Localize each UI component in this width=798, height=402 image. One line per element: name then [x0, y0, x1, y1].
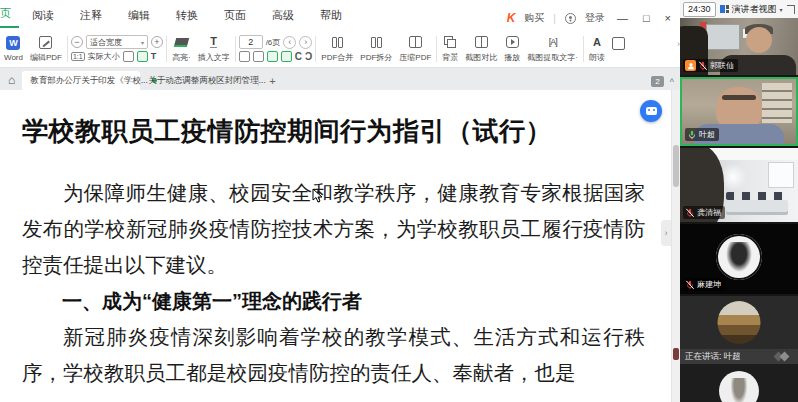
compress-pdf-button[interactable]: 压缩PDF [397, 34, 433, 64]
screenshot-ocr-button[interactable]: [A] 截图提取文字· [525, 34, 580, 64]
room-background [768, 162, 794, 188]
avatar [719, 371, 759, 402]
menu-tab-advanced[interactable]: 高级 [259, 4, 307, 28]
pdf-to-word-label: Word [4, 53, 23, 62]
login-button[interactable]: 登录 [585, 11, 605, 25]
fit-page-icon[interactable] [123, 51, 134, 62]
rotate-left-icon[interactable]: C [295, 51, 302, 62]
divider [583, 36, 584, 62]
scrollbar-thumb[interactable] [673, 145, 679, 187]
maximize-button[interactable]: □ [640, 12, 653, 24]
screen: 页 阅读 注释 编辑 转换 页面 高级 帮助 K 购买 | 登录 — □ × [0, 0, 798, 402]
menu-tab-page[interactable]: 页面 [211, 4, 259, 28]
video-tile-6[interactable] [680, 364, 798, 402]
continuous-view-icon[interactable] [281, 51, 292, 62]
compare-icon [475, 36, 488, 48]
screenshot-ocr-label: 截图提取文字· [527, 52, 578, 63]
background-icon [444, 36, 456, 48]
doc-tab-2[interactable]: 关于动态调整两校区封闭管理... [140, 71, 258, 90]
menu-tab-read[interactable]: 阅读 [19, 4, 67, 28]
insert-text-label: 插入文字 [198, 52, 230, 63]
chevron-down-icon: ▾ [780, 6, 783, 13]
buy-button[interactable]: 购买 [524, 11, 544, 25]
fit-width-icon[interactable] [137, 51, 148, 62]
menu-tab-convert[interactable]: 转换 [163, 4, 211, 28]
prev-page-button[interactable]: ‹ [283, 36, 296, 49]
page-total-label: /6页 [266, 37, 281, 48]
robot-icon [646, 107, 657, 115]
divider [235, 36, 236, 62]
next-page-button[interactable]: › [299, 36, 312, 49]
page-number-input[interactable] [239, 35, 263, 49]
menu-tab-edit[interactable]: 编辑 [115, 4, 163, 28]
book-view-icon[interactable] [267, 51, 278, 62]
menu-tab-active[interactable]: 页 [0, 2, 19, 28]
word-icon: W [6, 36, 20, 50]
two-page-icon[interactable] [253, 51, 264, 62]
insert-text-button[interactable]: T 插入文字 [196, 34, 232, 64]
window-controls: K 购买 | 登录 — □ × [507, 11, 674, 28]
document-heading-1: 一、成为“健康第一”理念的践行者 [22, 283, 645, 319]
pdf-to-word-button[interactable]: W Word [2, 35, 25, 63]
whiteboard [706, 24, 740, 50]
edit-pdf-label: 编辑PDF [30, 52, 62, 63]
minimize-button[interactable]: — [614, 12, 631, 24]
ai-assistant-button[interactable] [640, 100, 662, 122]
meeting-top-bar: 24:30 演讲者视图 ▾ [680, 0, 798, 18]
divider [67, 36, 68, 62]
home-icon[interactable]: ⌂ [4, 73, 22, 90]
pdf-split-label: PDF拆分 [360, 52, 392, 63]
read-aloud-icon: A [593, 36, 601, 48]
doc-tab-1[interactable]: 教育部办公厅关于印发《学校... [22, 71, 140, 90]
mic-muted-icon [698, 61, 708, 71]
video-tile-2-speaking[interactable]: 叶超 [680, 77, 798, 146]
video-tile-1[interactable]: 郭联仙 [680, 18, 798, 75]
doc-tab-bar: ⌂ 教育部办公厅关于印发《学校... 关于动态调整两校区封闭管理... + 2 … [0, 68, 680, 90]
video-tile-5[interactable] [680, 296, 798, 349]
single-page-icon[interactable] [239, 51, 250, 62]
read-aloud-button[interactable]: A 朗读 [587, 34, 607, 64]
video-tile-4[interactable]: 麻建坤 [680, 224, 798, 294]
participant-name: 郭联仙 [710, 60, 734, 71]
panel-expand-handle[interactable]: › [661, 220, 671, 246]
zoom-out-button[interactable]: − [71, 36, 83, 48]
view-mode-label: 演讲者视图 [732, 3, 777, 16]
rotate-right-icon[interactable]: Ɔ [305, 51, 312, 62]
menu-tab-annotate[interactable]: 注释 [67, 4, 115, 28]
close-button[interactable]: × [662, 12, 674, 24]
mic-on-icon [687, 130, 697, 140]
background-button[interactable]: 背景 [440, 34, 460, 64]
play-button[interactable]: 播放 [502, 34, 522, 64]
vertical-scrollbar[interactable] [671, 90, 680, 402]
person-silhouette [746, 27, 772, 53]
divider [436, 36, 437, 62]
translate-button[interactable] [610, 35, 628, 63]
new-tab-button[interactable]: + [259, 75, 285, 90]
participant-name-bar: 龚清福 [683, 206, 725, 219]
collapse-toolbar-icon[interactable]: ^ [670, 77, 674, 87]
fit-width-label: 适合宽度 [90, 37, 122, 48]
highlight-button[interactable]: 高亮· [170, 34, 193, 64]
document-paragraph-1: 为保障师生健康、校园安全和教学秩序，健康教育专家根据国家发布的学校新冠肺炎疫情防… [22, 175, 645, 283]
actual-size-icon[interactable]: 1:1 [71, 52, 85, 61]
speaker-view-icon [720, 5, 729, 13]
update-count-badge[interactable]: 2 [651, 76, 663, 87]
view-mode-dropdown[interactable]: 演讲者视图 ▾ [720, 3, 783, 16]
zoom-in-button[interactable]: + [151, 36, 163, 48]
fit-width-dropdown[interactable]: 适合宽度 ▾ [86, 35, 148, 49]
doc-tab-2-label: 关于动态调整两校区封闭管理... [148, 75, 266, 87]
screenshot-compare-button[interactable]: 截图对比 [463, 34, 499, 64]
document-area: 学校教职员工疫情防控期间行为指引（试行） 为保障师生健康、校园安全和教学秩序，健… [0, 90, 680, 402]
fullscreen-icon[interactable] [787, 5, 795, 14]
menu-tab-help[interactable]: 帮助 [307, 4, 355, 28]
menu-bar: 页 阅读 注释 编辑 转换 页面 高级 帮助 K 购买 | 登录 — □ × [0, 0, 680, 30]
pdf-merge-button[interactable]: PDF合并 [319, 34, 355, 64]
actual-size-label[interactable]: 实际大小 [88, 51, 120, 62]
divider [166, 36, 167, 62]
pdf-page[interactable]: 学校教职员工疫情防控期间行为指引（试行） 为保障师生健康、校园安全和教学秩序，健… [0, 90, 671, 402]
video-tile-3[interactable]: 龚清福 [680, 148, 798, 222]
edit-pdf-button[interactable]: 编辑PDF [28, 34, 64, 64]
text-reflow-icon[interactable]: T [151, 51, 157, 62]
pdf-split-button[interactable]: PDF拆分 [358, 34, 394, 64]
host-badge-icon [685, 60, 696, 71]
